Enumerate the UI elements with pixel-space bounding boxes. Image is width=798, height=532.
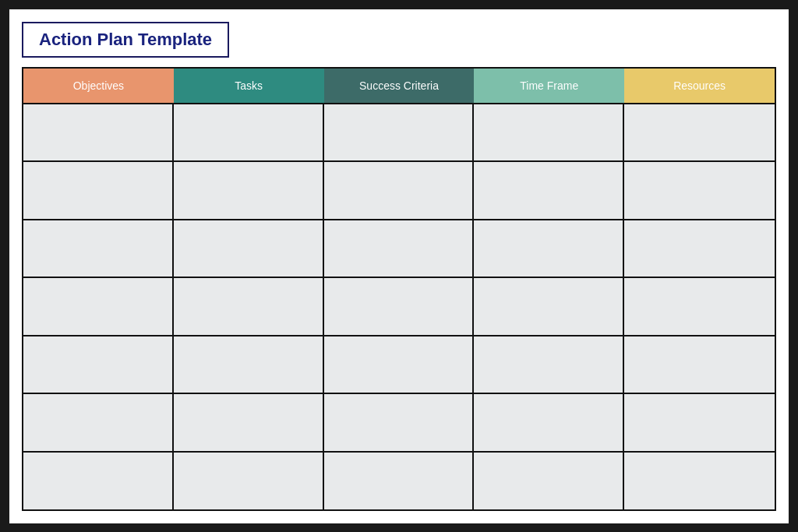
- table-cell[interactable]: [474, 220, 624, 277]
- table-cell[interactable]: [474, 104, 624, 161]
- title-box: Action Plan Template: [22, 22, 229, 58]
- table-cell[interactable]: [324, 453, 475, 509]
- table-cell[interactable]: [324, 336, 475, 393]
- table-cell[interactable]: [23, 394, 174, 451]
- table-cell[interactable]: [324, 162, 475, 219]
- table-cell[interactable]: [174, 336, 324, 393]
- table-row: [23, 451, 775, 509]
- table-cell[interactable]: [324, 278, 475, 335]
- table-cell[interactable]: [174, 220, 324, 277]
- table-cell[interactable]: [474, 394, 624, 451]
- table-cell[interactable]: [23, 336, 174, 393]
- header-objectives: Objectives: [23, 69, 174, 103]
- header-resources: Resources: [624, 69, 775, 103]
- page-title: Action Plan Template: [39, 30, 212, 49]
- table-cell[interactable]: [324, 394, 475, 451]
- table-cell[interactable]: [624, 336, 775, 393]
- table-header: ObjectivesTasksSuccess CriteriaTime Fram…: [23, 69, 775, 103]
- table-row: [23, 160, 775, 219]
- table-cell[interactable]: [174, 394, 324, 451]
- table-cell[interactable]: [23, 278, 174, 335]
- table-cell[interactable]: [474, 278, 624, 335]
- table-cell[interactable]: [624, 453, 775, 509]
- table-row: [23, 103, 775, 161]
- table-row: [23, 335, 775, 393]
- header-time-frame: Time Frame: [474, 69, 624, 103]
- table-cell[interactable]: [174, 278, 324, 335]
- header-tasks: Tasks: [174, 69, 324, 103]
- table-cell[interactable]: [624, 394, 775, 451]
- table-row: [23, 219, 775, 277]
- table-cell[interactable]: [624, 278, 775, 335]
- table-row: [23, 393, 775, 451]
- action-plan-table: ObjectivesTasksSuccess CriteriaTime Fram…: [22, 67, 776, 511]
- table-cell[interactable]: [624, 104, 775, 161]
- table-cell[interactable]: [324, 104, 475, 161]
- table-cell[interactable]: [23, 162, 174, 219]
- table-cell[interactable]: [174, 162, 324, 219]
- table-body: [23, 103, 775, 509]
- table-cell[interactable]: [624, 220, 775, 277]
- table-cell[interactable]: [474, 453, 624, 509]
- table-cell[interactable]: [174, 104, 324, 161]
- table-cell[interactable]: [174, 453, 324, 509]
- table-cell[interactable]: [474, 336, 624, 393]
- table-cell[interactable]: [474, 162, 624, 219]
- table-cell[interactable]: [23, 104, 174, 161]
- table-row: [23, 277, 775, 335]
- table-cell[interactable]: [324, 220, 475, 277]
- table-cell[interactable]: [624, 162, 775, 219]
- page-wrapper: Action Plan Template ObjectivesTasksSucc…: [9, 9, 789, 523]
- table-cell[interactable]: [23, 453, 174, 509]
- table-cell[interactable]: [23, 220, 174, 277]
- header-success-criteria: Success Criteria: [324, 69, 475, 103]
